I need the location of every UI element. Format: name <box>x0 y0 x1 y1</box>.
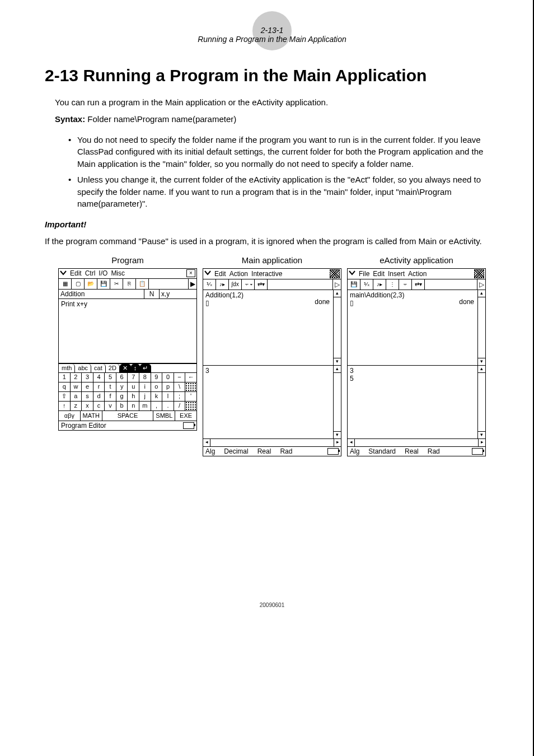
toolbar-more-icon[interactable]: ▷ <box>332 279 341 290</box>
key[interactable]: 5 <box>105 373 116 382</box>
key[interactable]: e <box>82 382 93 391</box>
key[interactable]: b <box>116 402 128 410</box>
key[interactable]: l <box>162 392 174 401</box>
menu-item[interactable]: Interactive <box>251 270 282 278</box>
scrollbar[interactable]: ▴ ▾ <box>477 290 485 365</box>
tool-button[interactable]: ⋮ <box>386 279 399 290</box>
menu-item[interactable]: Ctrl <box>85 269 96 277</box>
scroll-up-icon[interactable]: ▴ <box>478 366 485 373</box>
scroll-down-icon[interactable]: ▾ <box>334 431 341 438</box>
tool-button[interactable]: ⇄▾ <box>412 279 425 290</box>
scroll-up-icon[interactable]: ▴ <box>334 290 341 297</box>
menu-item[interactable]: I/O <box>99 269 107 277</box>
menu-item[interactable]: Action <box>229 270 248 278</box>
keyboard-up-icon[interactable]: ↕ <box>131 364 140 372</box>
key[interactable]: / <box>174 402 186 410</box>
tool-button[interactable]: ♪▸ <box>373 279 386 290</box>
keyboard-enter-icon[interactable]: ↵ <box>140 364 151 372</box>
keyboard-tab[interactable]: mth <box>59 364 75 372</box>
menu-item[interactable]: Edit <box>373 270 385 278</box>
key[interactable]: q <box>59 382 71 391</box>
key[interactable]: k <box>151 392 163 401</box>
menu-item[interactable]: Misc <box>111 269 125 277</box>
exe-key[interactable]: EXE <box>175 411 196 421</box>
scrollbar[interactable]: ▴ ▾ <box>477 366 485 438</box>
key[interactable]: 4 <box>93 373 105 382</box>
tool-button[interactable]: ♪▸ <box>216 279 229 290</box>
menu-item[interactable]: Action <box>408 270 427 278</box>
input-line[interactable]: Addition(1,2) <box>205 291 331 299</box>
drag-handle-key[interactable] <box>185 402 196 410</box>
tool-button[interactable]: ∫dx <box>229 279 242 290</box>
scrollbar[interactable]: ▴ ▾ <box>333 290 341 365</box>
key[interactable]: \ <box>174 382 186 391</box>
keyboard-tab[interactable]: abc <box>75 364 91 372</box>
drag-handle-key[interactable] <box>185 382 196 391</box>
tool-button[interactable]: 📂 <box>85 279 97 289</box>
key[interactable]: y <box>116 382 128 391</box>
key[interactable]: c <box>93 402 105 410</box>
scroll-left-icon[interactable]: ◂ <box>203 439 210 446</box>
key[interactable]: 3 <box>82 373 93 382</box>
key[interactable]: m <box>139 402 151 410</box>
tool-button[interactable]: ⇄▾ <box>255 279 268 290</box>
key[interactable]: r <box>93 382 105 391</box>
settings-dropdown-icon[interactable] <box>204 269 211 278</box>
key[interactable]: i <box>139 382 151 391</box>
key[interactable]: g <box>116 392 128 401</box>
scroll-left-icon[interactable]: ◂ <box>348 439 355 446</box>
tool-button[interactable]: ⅟ₓ <box>360 279 373 290</box>
settings-dropdown-icon[interactable] <box>349 269 355 278</box>
key[interactable]: . <box>162 402 174 410</box>
caps-key[interactable]: ↑ <box>59 402 71 410</box>
key[interactable]: 9 <box>151 373 163 382</box>
scroll-right-icon[interactable]: ▸ <box>478 439 485 446</box>
menu-item[interactable]: File <box>359 270 369 278</box>
key[interactable]: v <box>105 402 116 410</box>
key[interactable]: t <box>105 382 116 391</box>
program-body[interactable]: Print x+y <box>59 299 196 363</box>
tool-button[interactable]: 📋 <box>136 279 149 289</box>
key[interactable]: d <box>93 392 105 401</box>
close-icon[interactable] <box>474 269 484 278</box>
symbol-key[interactable]: SMBL <box>153 411 175 421</box>
close-icon[interactable]: × <box>186 269 195 277</box>
key[interactable]: a <box>71 392 82 401</box>
key[interactable]: o <box>151 382 163 391</box>
key[interactable]: n <box>128 402 139 410</box>
key[interactable]: 0 <box>162 373 174 382</box>
key[interactable]: ' <box>185 392 196 401</box>
tool-button[interactable]: ⎘ <box>123 279 136 289</box>
scroll-up-icon[interactable]: ▴ <box>478 290 485 297</box>
key[interactable]: u <box>128 382 139 391</box>
key[interactable]: z <box>71 402 82 410</box>
input-line[interactable]: main\Addition(2,3) <box>350 291 475 299</box>
toolbar-more-icon[interactable]: ▷ <box>477 279 485 290</box>
keyboard-tab[interactable]: 2D <box>106 364 120 372</box>
key[interactable]: 6 <box>116 373 128 382</box>
keyboard-tab[interactable]: cat <box>91 364 106 372</box>
key[interactable]: f <box>105 392 116 401</box>
close-icon[interactable] <box>330 269 340 278</box>
toolbar-more-icon[interactable]: ▶ <box>188 279 196 289</box>
scroll-right-icon[interactable]: ▸ <box>334 439 341 446</box>
settings-dropdown-icon[interactable] <box>60 269 67 278</box>
tool-button[interactable]: ⫟▾ <box>242 279 255 290</box>
scroll-down-icon[interactable]: ▾ <box>334 358 341 365</box>
greek-key[interactable]: αβγ <box>59 411 81 421</box>
tool-button[interactable]: ✂ <box>110 279 123 289</box>
keyboard-close-icon[interactable]: ✕ <box>120 364 131 372</box>
key[interactable]: 1 <box>59 373 71 382</box>
scrollbar[interactable]: ▴ ▾ <box>333 366 341 438</box>
scroll-up-icon[interactable]: ▴ <box>334 366 341 373</box>
key[interactable]: − <box>174 373 186 382</box>
shift-key[interactable]: ⇧ <box>59 392 71 401</box>
backspace-key[interactable]: ← <box>185 373 196 382</box>
math-key[interactable]: MATH <box>81 411 102 421</box>
h-scrollbar[interactable]: ◂ ▸ <box>348 439 485 447</box>
key[interactable]: , <box>151 402 163 410</box>
tool-button[interactable]: 💾 <box>348 279 360 290</box>
menu-item[interactable]: Insert <box>388 270 405 278</box>
key[interactable]: w <box>71 382 82 391</box>
key[interactable]: 8 <box>139 373 151 382</box>
